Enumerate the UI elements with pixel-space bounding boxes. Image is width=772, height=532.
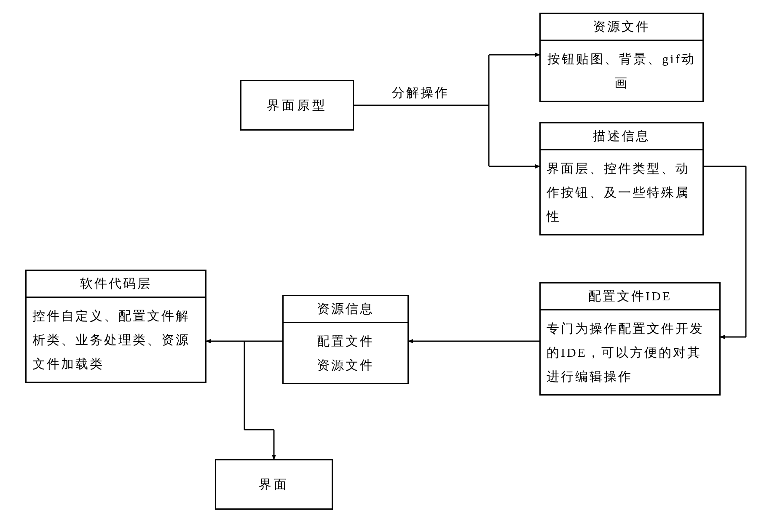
box-desc-info-title: 描述信息	[541, 123, 702, 149]
edge-label-decompose: 分解操作	[392, 84, 449, 102]
box-interface: 界面	[215, 459, 333, 510]
box-prototype-label: 界面原型	[267, 97, 327, 114]
box-resource-info: 资源信息 配置文件 资源文件	[282, 295, 409, 384]
box-resource-info-line2: 资源文件	[290, 353, 402, 377]
box-code-layer-title: 软件代码层	[27, 271, 205, 297]
box-code-layer-body: 控件自定义、配置文件解析类、业务处理类、资源文件加载类	[27, 298, 205, 382]
box-code-layer: 软件代码层 控件自定义、配置文件解析类、业务处理类、资源文件加载类	[25, 270, 206, 383]
box-resource-info-line1: 配置文件	[290, 329, 402, 353]
box-resource-info-title: 资源信息	[284, 296, 407, 322]
box-prototype: 界面原型	[240, 80, 354, 131]
box-desc-info: 描述信息 界面层、控件类型、动作按钮、及一些特殊属性	[539, 122, 704, 235]
box-config-ide: 配置文件IDE 专门为操作配置文件开发的IDE，可以方便的对其进行编辑操作	[539, 282, 721, 396]
box-resource-file-body: 按钮贴图、背景、gif动画	[541, 41, 702, 101]
diagram-canvas: 界面原型 资源文件 按钮贴图、背景、gif动画 描述信息 界面层、控件类型、动作…	[0, 0, 772, 532]
box-resource-file: 资源文件 按钮贴图、背景、gif动画	[539, 13, 704, 102]
box-resource-file-title: 资源文件	[541, 14, 702, 40]
box-desc-info-body: 界面层、控件类型、动作按钮、及一些特殊属性	[541, 150, 702, 234]
box-config-ide-body: 专门为操作配置文件开发的IDE，可以方便的对其进行编辑操作	[541, 310, 719, 394]
box-interface-label: 界面	[259, 476, 289, 493]
box-resource-info-body: 配置文件 资源文件	[284, 323, 407, 383]
box-config-ide-title: 配置文件IDE	[541, 283, 719, 309]
